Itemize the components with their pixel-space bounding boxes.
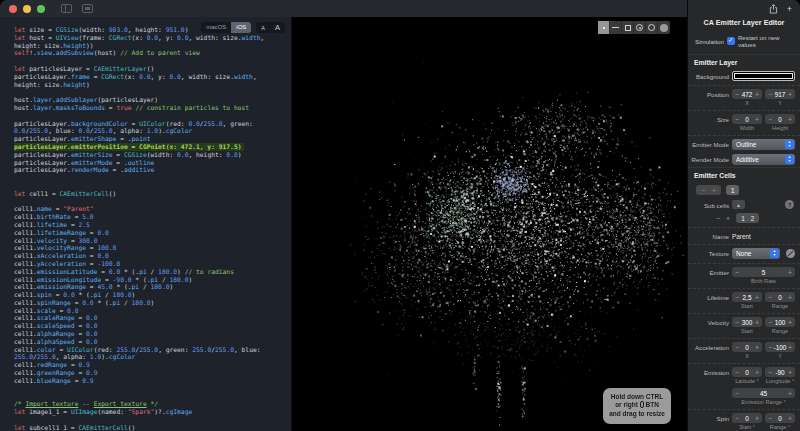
toggle-panel-icon[interactable] [82, 4, 93, 13]
size-height-sublabel: Height [772, 125, 788, 131]
stepper-value[interactable]: 2,5 [739, 294, 755, 301]
shape-line-button[interactable] [610, 21, 622, 34]
position-x-stepper[interactable]: − 472 + [732, 89, 762, 99]
position-y-stepper[interactable]: − 917 + [765, 89, 795, 99]
cell-name-field[interactable]: Parent [732, 231, 795, 240]
plus-icon[interactable]: + [755, 293, 759, 302]
plus-icon[interactable]: + [788, 318, 792, 327]
texture-dropdown[interactable]: None ▲▼ [732, 248, 780, 259]
plus-icon[interactable]: + [755, 368, 759, 377]
lifetime-start-stepper[interactable]: −2,5+ [732, 292, 762, 302]
emission-range-stepper[interactable]: −45+ [732, 388, 795, 398]
add-cell-button[interactable]: + [712, 187, 716, 194]
remove-cell-button[interactable]: − [701, 187, 705, 194]
stepper-value[interactable]: 0 [739, 369, 755, 376]
position-y-value[interactable]: 917 [772, 91, 788, 98]
platform-ios-button[interactable]: iOS [231, 22, 251, 33]
plus-icon[interactable]: + [755, 318, 759, 327]
velocity-range-stepper[interactable]: −100+ [765, 317, 795, 327]
clear-texture-icon[interactable] [786, 249, 795, 258]
titlebar [0, 0, 687, 17]
code-controls: macOS iOS A A [201, 22, 285, 33]
stepper-value[interactable]: 0 [772, 294, 788, 301]
sub-cell-1-tab[interactable]: 1 [741, 215, 745, 222]
shape-rectangle-button[interactable] [622, 21, 634, 34]
toggle-sidebar-icon[interactable] [61, 4, 72, 13]
stepper-value[interactable]: 5 [739, 269, 788, 276]
code-editor-text[interactable]: let size = CGSize(width: 903.0, height: … [14, 26, 290, 431]
add-icon[interactable]: + [787, 5, 792, 13]
acceleration-x-stepper[interactable]: −0+ [732, 342, 762, 352]
size-height-stepper[interactable]: − 0 + [765, 114, 795, 124]
sub-cells-label: Sub cells [688, 200, 732, 209]
stepper-value[interactable]: 100 [772, 319, 788, 326]
platform-macos-button[interactable]: macOS [201, 22, 231, 33]
plus-icon[interactable]: + [788, 343, 792, 352]
acceleration-y-stepper[interactable]: −-100+ [765, 342, 795, 352]
code-line: let image1_1 = UIImage(named: "Spark")?.… [14, 408, 290, 416]
name-label: Name [688, 231, 732, 240]
size-width-value[interactable]: 0 [739, 116, 755, 123]
plus-icon[interactable]: + [755, 115, 759, 124]
close-window-button[interactable] [9, 5, 17, 13]
plus-icon[interactable]: + [788, 268, 792, 277]
size-width-sublabel: Width [740, 125, 754, 131]
resize-tooltip: Hold down CTRL or right BTN and drag to … [603, 388, 671, 424]
size-width-stepper[interactable]: − 0 + [732, 114, 762, 124]
add-sub-cell-button[interactable]: + [726, 215, 730, 222]
remove-sub-cell-button[interactable]: − [716, 215, 720, 222]
shape-target-button[interactable] [634, 21, 646, 34]
particle-canvas[interactable] [292, 17, 688, 431]
stepper-value[interactable]: 45 [739, 390, 788, 397]
stepper-value[interactable]: -90 [772, 369, 788, 376]
lifetime-range-stepper[interactable]: −0+ [765, 292, 795, 302]
restart-checkbox[interactable] [727, 37, 735, 45]
spin-start-stepper[interactable]: −0+ [732, 413, 762, 423]
collapse-sub-cells-button[interactable]: ▲ [732, 200, 745, 209]
plus-icon[interactable]: + [755, 90, 759, 99]
code-line: particlesLayer.emitterShape = .point [14, 135, 290, 143]
chevron-up-down-icon: ▲▼ [770, 249, 779, 258]
emission-latitude-stepper[interactable]: −0+ [732, 367, 762, 377]
maximize-window-button[interactable] [37, 5, 45, 13]
plus-icon[interactable]: + [755, 343, 759, 352]
font-larger-button[interactable]: A [270, 22, 285, 33]
stepper-value[interactable]: 300 [739, 319, 755, 326]
position-x-value[interactable]: 472 [739, 91, 755, 98]
size-height-value[interactable]: 0 [772, 116, 788, 123]
code-line: height: size.height)) [14, 42, 290, 50]
emission-longitude-stepper[interactable]: −-90+ [765, 367, 795, 377]
shape-point-button[interactable] [598, 21, 610, 34]
emitter-mode-dropdown[interactable]: Outline ▲▼ [732, 139, 795, 150]
background-color-well[interactable] [732, 71, 795, 81]
share-icon[interactable] [769, 4, 778, 14]
stepper-value[interactable]: 0 [772, 415, 788, 422]
particle-preview[interactable]: Hold down CTRL or right BTN and drag to … [291, 17, 687, 431]
param-sublabel: Birth Rate [751, 278, 776, 284]
code-line: /* Import texture -- Export texture */ [14, 400, 290, 408]
stepper-value[interactable]: 0 [739, 344, 755, 351]
spin-range-stepper[interactable]: −0+ [765, 413, 795, 423]
emitter-birth-rate-stepper[interactable]: −5+ [732, 267, 795, 277]
cell-1-chip[interactable]: 1 [726, 185, 739, 195]
plus-icon[interactable]: + [788, 115, 792, 124]
code-line: cell1.spinRange = 0.0 * (.pi / 180.0) [14, 299, 290, 307]
help-icon[interactable]: ? [785, 200, 794, 209]
code-editor-panel: let size = CGSize(width: 903.0, height: … [0, 17, 291, 431]
plus-icon[interactable]: + [788, 368, 792, 377]
plus-icon[interactable]: + [788, 293, 792, 302]
shape-sphere-button[interactable] [658, 21, 670, 34]
stepper-value[interactable]: -100 [772, 344, 788, 351]
plus-icon[interactable]: + [788, 414, 792, 423]
shape-circle-button[interactable] [646, 21, 658, 34]
stepper-value[interactable]: 0 [739, 415, 755, 422]
sub-cell-2-tab[interactable]: 2 [751, 215, 755, 222]
render-mode-dropdown[interactable]: Additive ▲▼ [732, 154, 795, 165]
font-smaller-button[interactable]: A [256, 24, 270, 32]
minimize-window-button[interactable] [23, 5, 31, 13]
param-label: Emission [688, 367, 732, 376]
plus-icon[interactable]: + [788, 389, 792, 398]
plus-icon[interactable]: + [755, 414, 759, 423]
plus-icon[interactable]: + [788, 90, 792, 99]
velocity-start-stepper[interactable]: −300+ [732, 317, 762, 327]
